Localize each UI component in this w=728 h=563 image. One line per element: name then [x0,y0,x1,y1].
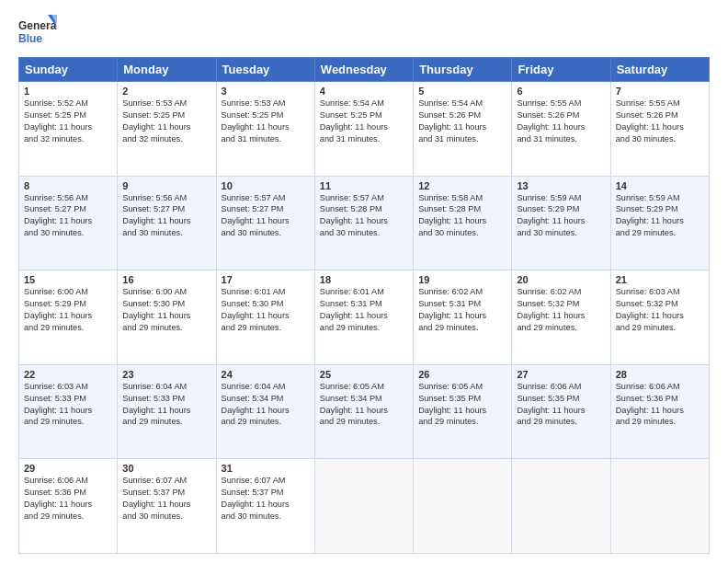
day-cell-19: 19Sunrise: 6:02 AM Sunset: 5:31 PM Dayli… [414,270,512,365]
day-number: 11 [320,180,408,191]
day-number: 29 [24,463,112,474]
day-header-saturday: Saturday [610,58,709,82]
day-cell-17: 17Sunrise: 6:01 AM Sunset: 5:30 PM Dayli… [216,270,314,365]
day-number: 19 [418,274,506,285]
day-cell-24: 24Sunrise: 6:04 AM Sunset: 5:34 PM Dayli… [216,364,314,459]
cell-content: Sunrise: 5:56 AM Sunset: 5:27 PM Dayligh… [122,192,210,240]
day-cell-27: 27Sunrise: 6:06 AM Sunset: 5:35 PM Dayli… [512,364,610,459]
day-cell-5: 5Sunrise: 5:54 AM Sunset: 5:26 PM Daylig… [414,82,512,177]
day-cell-26: 26Sunrise: 6:05 AM Sunset: 5:35 PM Dayli… [414,364,512,459]
day-number: 7 [616,86,704,97]
cell-content: Sunrise: 6:06 AM Sunset: 5:35 PM Dayligh… [517,381,605,429]
cell-content: Sunrise: 6:05 AM Sunset: 5:35 PM Dayligh… [418,381,506,429]
day-number: 5 [418,86,506,97]
day-number: 14 [616,180,704,191]
day-number: 28 [616,369,704,380]
day-number: 9 [122,180,210,191]
day-number: 1 [24,86,112,97]
day-number: 13 [517,180,605,191]
cell-content: Sunrise: 5:53 AM Sunset: 5:25 PM Dayligh… [222,98,310,145]
day-header-wednesday: Wednesday [314,58,413,82]
day-cell-21: 21Sunrise: 6:03 AM Sunset: 5:32 PM Dayli… [610,270,709,365]
day-cell-14: 14Sunrise: 5:59 AM Sunset: 5:29 PM Dayli… [610,176,709,270]
cell-content: Sunrise: 5:55 AM Sunset: 5:26 PM Dayligh… [517,98,605,145]
day-number: 20 [517,274,605,285]
day-cell-20: 20Sunrise: 6:02 AM Sunset: 5:32 PM Dayli… [512,270,610,365]
cell-content: Sunrise: 6:04 AM Sunset: 5:34 PM Dayligh… [222,381,310,429]
cell-content: Sunrise: 6:03 AM Sunset: 5:33 PM Dayligh… [24,381,112,429]
cell-content: Sunrise: 5:59 AM Sunset: 5:29 PM Dayligh… [517,192,605,240]
day-cell-18: 18Sunrise: 6:01 AM Sunset: 5:31 PM Dayli… [314,270,413,365]
cell-content: Sunrise: 5:57 AM Sunset: 5:28 PM Dayligh… [320,192,408,240]
day-number: 16 [122,274,210,285]
day-number: 10 [222,180,310,191]
cell-content: Sunrise: 5:52 AM Sunset: 5:25 PM Dayligh… [24,98,112,145]
day-number: 6 [517,86,605,97]
logo-svg: General Blue [18,15,57,50]
empty-cell [314,459,413,554]
svg-text:General: General [18,19,57,32]
empty-cell [512,459,610,554]
cell-content: Sunrise: 6:00 AM Sunset: 5:30 PM Dayligh… [122,286,210,334]
day-number: 18 [320,274,408,285]
day-number: 4 [320,86,408,97]
week-row-3: 15Sunrise: 6:00 AM Sunset: 5:29 PM Dayli… [19,270,710,365]
cell-content: Sunrise: 5:54 AM Sunset: 5:25 PM Dayligh… [320,98,408,145]
day-number: 31 [222,463,310,474]
day-number: 3 [222,86,310,97]
day-header-monday: Monday [118,58,216,82]
day-cell-10: 10Sunrise: 5:57 AM Sunset: 5:27 PM Dayli… [216,176,314,270]
day-cell-15: 15Sunrise: 6:00 AM Sunset: 5:29 PM Dayli… [19,270,118,365]
day-cell-2: 2Sunrise: 5:53 AM Sunset: 5:25 PM Daylig… [118,82,216,177]
cell-content: Sunrise: 6:01 AM Sunset: 5:30 PM Dayligh… [222,286,310,334]
day-header-friday: Friday [512,58,610,82]
day-number: 23 [122,369,210,380]
day-cell-29: 29Sunrise: 6:06 AM Sunset: 5:36 PM Dayli… [19,459,118,554]
day-cell-23: 23Sunrise: 6:04 AM Sunset: 5:33 PM Dayli… [118,364,216,459]
cell-content: Sunrise: 5:55 AM Sunset: 5:26 PM Dayligh… [616,98,704,145]
day-cell-7: 7Sunrise: 5:55 AM Sunset: 5:26 PM Daylig… [610,82,709,177]
day-cell-31: 31Sunrise: 6:07 AM Sunset: 5:37 PM Dayli… [216,459,314,554]
day-cell-13: 13Sunrise: 5:59 AM Sunset: 5:29 PM Dayli… [512,176,610,270]
cell-content: Sunrise: 6:02 AM Sunset: 5:31 PM Dayligh… [418,286,506,334]
day-header-tuesday: Tuesday [216,58,314,82]
cell-content: Sunrise: 5:53 AM Sunset: 5:25 PM Dayligh… [122,98,210,145]
cell-content: Sunrise: 6:05 AM Sunset: 5:34 PM Dayligh… [320,381,408,429]
day-cell-6: 6Sunrise: 5:55 AM Sunset: 5:26 PM Daylig… [512,82,610,177]
day-cell-25: 25Sunrise: 6:05 AM Sunset: 5:34 PM Dayli… [314,364,413,459]
day-number: 24 [222,369,310,380]
day-cell-8: 8Sunrise: 5:56 AM Sunset: 5:27 PM Daylig… [19,176,118,270]
header-row: SundayMondayTuesdayWednesdayThursdayFrid… [19,58,710,82]
day-cell-28: 28Sunrise: 6:06 AM Sunset: 5:36 PM Dayli… [610,364,709,459]
day-number: 17 [222,274,310,285]
week-row-4: 22Sunrise: 6:03 AM Sunset: 5:33 PM Dayli… [19,364,710,459]
cell-content: Sunrise: 5:56 AM Sunset: 5:27 PM Dayligh… [24,192,112,240]
cell-content: Sunrise: 6:03 AM Sunset: 5:32 PM Dayligh… [616,286,704,334]
cell-content: Sunrise: 6:01 AM Sunset: 5:31 PM Dayligh… [320,286,408,334]
day-header-sunday: Sunday [19,58,118,82]
day-number: 12 [418,180,506,191]
cell-content: Sunrise: 5:57 AM Sunset: 5:27 PM Dayligh… [222,192,310,240]
week-row-5: 29Sunrise: 6:06 AM Sunset: 5:36 PM Dayli… [19,459,710,554]
day-cell-4: 4Sunrise: 5:54 AM Sunset: 5:25 PM Daylig… [314,82,413,177]
cell-content: Sunrise: 6:02 AM Sunset: 5:32 PM Dayligh… [517,286,605,334]
day-number: 8 [24,180,112,191]
day-cell-22: 22Sunrise: 6:03 AM Sunset: 5:33 PM Dayli… [19,364,118,459]
week-row-2: 8Sunrise: 5:56 AM Sunset: 5:27 PM Daylig… [19,176,710,270]
day-number: 30 [122,463,210,474]
day-number: 2 [122,86,210,97]
day-header-thursday: Thursday [414,58,512,82]
day-cell-11: 11Sunrise: 5:57 AM Sunset: 5:28 PM Dayli… [314,176,413,270]
day-number: 26 [418,369,506,380]
cell-content: Sunrise: 6:06 AM Sunset: 5:36 PM Dayligh… [616,381,704,429]
day-cell-1: 1Sunrise: 5:52 AM Sunset: 5:25 PM Daylig… [19,82,118,177]
empty-cell [414,459,512,554]
header: General Blue [18,15,710,50]
cell-content: Sunrise: 6:07 AM Sunset: 5:37 PM Dayligh… [222,475,310,523]
week-row-1: 1Sunrise: 5:52 AM Sunset: 5:25 PM Daylig… [19,82,710,177]
day-cell-30: 30Sunrise: 6:07 AM Sunset: 5:37 PM Dayli… [118,459,216,554]
calendar-table: SundayMondayTuesdayWednesdayThursdayFrid… [18,57,710,554]
cell-content: Sunrise: 5:58 AM Sunset: 5:28 PM Dayligh… [418,192,506,240]
cell-content: Sunrise: 6:06 AM Sunset: 5:36 PM Dayligh… [24,475,112,523]
day-number: 22 [24,369,112,380]
